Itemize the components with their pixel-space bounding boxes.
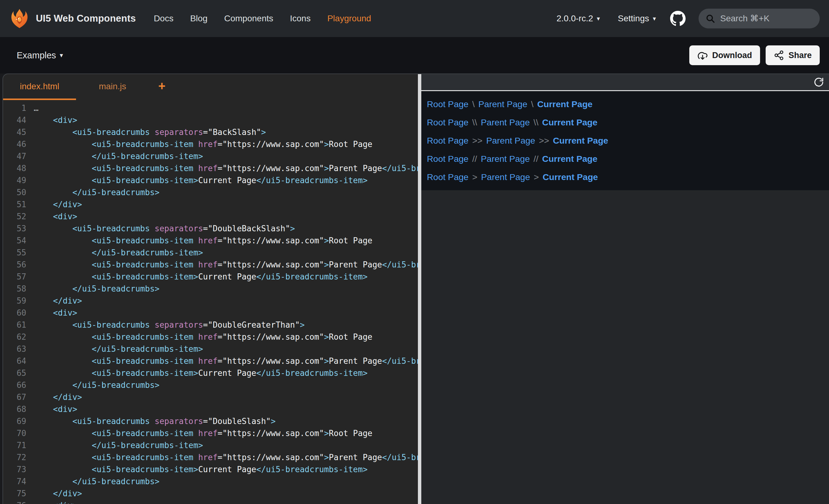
line-number: 49 bbox=[3, 176, 26, 185]
breadcrumb-link[interactable]: Parent Page bbox=[481, 117, 530, 127]
line-number: 44 bbox=[3, 116, 26, 125]
code-text: <ui5-breadcrumbs-item href="https://www.… bbox=[34, 164, 418, 173]
breadcrumb: Root Page>Parent Page>Current Page bbox=[427, 172, 829, 182]
code-line: 69<ui5-breadcrumbs separators="DoubleSla… bbox=[3, 415, 418, 427]
line-number: 51 bbox=[3, 200, 26, 209]
download-button[interactable]: Download bbox=[689, 45, 760, 65]
add-tab-button[interactable]: + bbox=[149, 74, 175, 100]
breadcrumb-link[interactable]: Parent Page bbox=[481, 172, 530, 182]
code-text: </ui5-breadcrumbs-item> bbox=[34, 248, 203, 257]
version-dropdown[interactable]: 2.0.0-rc.2 ▾ bbox=[556, 13, 600, 24]
code-text: <ui5-breadcrumbs-item>Current Page</ui5-… bbox=[34, 176, 367, 185]
cloud-download-icon bbox=[697, 50, 708, 61]
breadcrumb-current: Current Page bbox=[542, 154, 598, 164]
code-text: … bbox=[34, 104, 39, 113]
bar-actions: Download Share bbox=[689, 45, 820, 65]
nav-link-icons[interactable]: Icons bbox=[290, 13, 311, 24]
breadcrumb-link[interactable]: Root Page bbox=[427, 172, 469, 182]
code-text: </div> bbox=[34, 200, 82, 209]
code-line: 56<ui5-breadcrumbs-item href="https://ww… bbox=[3, 259, 418, 271]
line-number: 58 bbox=[3, 284, 26, 294]
code-line: 58</ui5-breadcrumbs> bbox=[3, 282, 418, 295]
nav-link-components[interactable]: Components bbox=[224, 13, 273, 24]
code-editor: index.htmlmain.js+ 1…44<div>45<ui5-bread… bbox=[3, 74, 418, 504]
breadcrumb-link[interactable]: Parent Page bbox=[478, 99, 527, 109]
line-number: 66 bbox=[3, 381, 26, 390]
code-text: <ui5-breadcrumbs-item>Current Page</ui5-… bbox=[34, 465, 367, 474]
ui5-phoenix-logo-icon bbox=[9, 8, 30, 29]
code-line: 67</div> bbox=[3, 391, 418, 403]
code-text: <div> bbox=[34, 116, 77, 125]
share-button[interactable]: Share bbox=[766, 45, 820, 65]
code-text: <ui5-breadcrumbs separators="DoubleBackS… bbox=[34, 224, 295, 233]
code-line: 46<ui5-breadcrumbs-item href="https://ww… bbox=[3, 138, 418, 150]
code-text: </div> bbox=[34, 392, 82, 402]
share-label: Share bbox=[789, 51, 812, 60]
site-title: UI5 Web Components bbox=[36, 13, 136, 24]
code-line: 63</ui5-breadcrumbs-item> bbox=[3, 343, 418, 355]
code-text: </ui5-breadcrumbs> bbox=[34, 284, 159, 294]
navbar-right: 2.0.0-rc.2 ▾ Settings ▾ bbox=[556, 9, 820, 29]
code-line: 44<div> bbox=[3, 114, 418, 126]
line-number: 46 bbox=[3, 140, 26, 149]
code-text: <ui5-breadcrumbs-item href="https://www.… bbox=[34, 453, 418, 462]
code-line: 57<ui5-breadcrumbs-item>Current Page</ui… bbox=[3, 271, 418, 282]
search-box[interactable] bbox=[698, 9, 820, 29]
playground-panel: index.htmlmain.js+ 1…44<div>45<ui5-bread… bbox=[2, 74, 829, 504]
code-line: 49<ui5-breadcrumbs-item>Current Page</ui… bbox=[3, 174, 418, 186]
line-number: 75 bbox=[3, 489, 26, 498]
breadcrumb-link[interactable]: Root Page bbox=[427, 117, 469, 127]
pane-resize-handle[interactable] bbox=[418, 74, 421, 504]
github-icon[interactable] bbox=[670, 11, 686, 26]
line-number: 64 bbox=[3, 356, 26, 366]
breadcrumb-link[interactable]: Parent Page bbox=[481, 154, 530, 164]
line-number: 70 bbox=[3, 429, 26, 438]
settings-dropdown[interactable]: Settings ▾ bbox=[618, 13, 656, 24]
nav-link-docs[interactable]: Docs bbox=[154, 13, 173, 24]
breadcrumb: Root Page\\Parent Page\\Current Page bbox=[427, 117, 829, 127]
nav-link-playground[interactable]: Playground bbox=[327, 13, 371, 24]
code-line: 1… bbox=[3, 102, 418, 114]
code-line: 52<div> bbox=[3, 210, 418, 222]
breadcrumb-link[interactable]: Root Page bbox=[427, 99, 469, 109]
code-line: 60<div> bbox=[3, 307, 418, 319]
breadcrumb-link[interactable]: Root Page bbox=[427, 135, 469, 146]
line-number: 47 bbox=[3, 152, 26, 161]
tab-main.js[interactable]: main.js bbox=[76, 74, 149, 100]
breadcrumb-link[interactable]: Root Page bbox=[427, 154, 469, 164]
code-line: 70<ui5-breadcrumbs-item href="https://ww… bbox=[3, 427, 418, 439]
settings-label: Settings bbox=[618, 13, 649, 24]
examples-label: Examples bbox=[17, 50, 56, 61]
breadcrumb-separator: // bbox=[534, 154, 538, 164]
top-navbar: UI5 Web Components DocsBlogComponentsIco… bbox=[0, 0, 829, 37]
refresh-button[interactable] bbox=[814, 77, 824, 87]
line-number: 45 bbox=[3, 127, 26, 137]
main-nav: DocsBlogComponentsIconsPlayground bbox=[154, 13, 371, 24]
code-area[interactable]: 1…44<div>45<ui5-breadcrumbs separators="… bbox=[3, 100, 418, 504]
line-number: 76 bbox=[3, 501, 26, 504]
line-number: 72 bbox=[3, 453, 26, 462]
code-text: </ui5-breadcrumbs-item> bbox=[34, 344, 203, 354]
search-input[interactable] bbox=[720, 13, 810, 24]
code-text: <div> bbox=[34, 404, 77, 414]
breadcrumb-separator: \\ bbox=[472, 117, 477, 127]
breadcrumb: Root Page\Parent Page\Current Page bbox=[427, 99, 829, 109]
preview-pane: Root Page\Parent Page\Current PageRoot P… bbox=[421, 74, 829, 504]
tab-index.html[interactable]: index.html bbox=[3, 74, 76, 100]
examples-dropdown[interactable]: Examples ▾ bbox=[17, 50, 63, 61]
line-number: 48 bbox=[3, 164, 26, 173]
code-line: 54<ui5-breadcrumbs-item href="https://ww… bbox=[3, 234, 418, 246]
code-line: 64<ui5-breadcrumbs-item href="https://ww… bbox=[3, 355, 418, 367]
line-number: 54 bbox=[3, 236, 26, 245]
breadcrumb-separator: > bbox=[472, 172, 477, 182]
code-line: 45<ui5-breadcrumbs separators="BackSlash… bbox=[3, 126, 418, 138]
breadcrumb-link[interactable]: Parent Page bbox=[486, 135, 535, 146]
share-nodes-icon bbox=[774, 50, 784, 61]
line-number: 61 bbox=[3, 320, 26, 329]
line-number: 68 bbox=[3, 404, 26, 414]
code-line: 68<div> bbox=[3, 403, 418, 415]
code-text: </ui5-breadcrumbs-item> bbox=[34, 152, 203, 161]
code-line: 71</ui5-breadcrumbs-item> bbox=[3, 439, 418, 451]
code-line: 47</ui5-breadcrumbs-item> bbox=[3, 150, 418, 162]
nav-link-blog[interactable]: Blog bbox=[190, 13, 207, 24]
